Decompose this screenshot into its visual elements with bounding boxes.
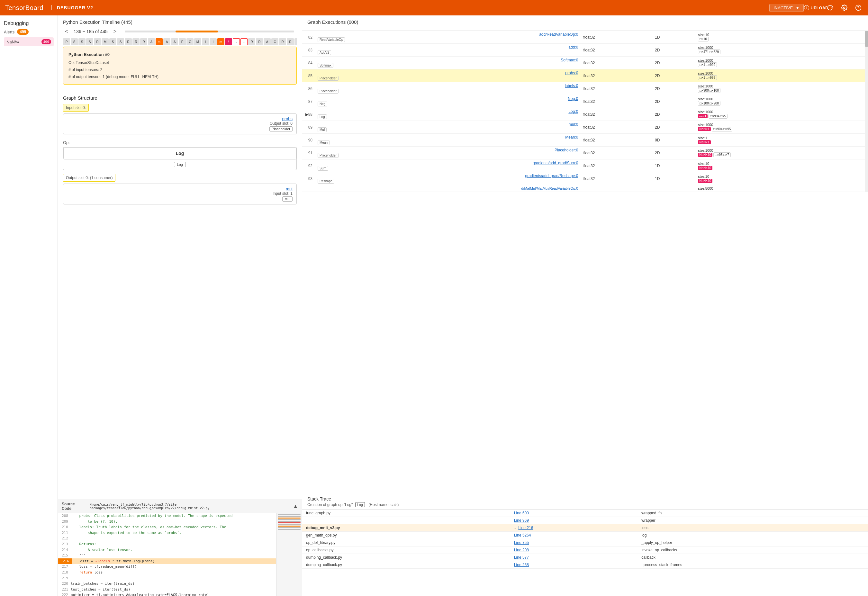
letter-P2[interactable]: P — [294, 38, 297, 45]
op-name[interactable]: d/MatMul/MatMul/ReadVariableOp:0 — [317, 186, 578, 190]
op-tag[interactable]: Placeholder — [317, 76, 338, 81]
letter-S5[interactable]: S — [117, 38, 124, 45]
table-row[interactable]: 87 Neg:0 Neg float32 2D size:1000 — [302, 95, 865, 108]
source-lines[interactable]: 208 probs: Class probabilities predicted… — [58, 513, 276, 596]
stack-line[interactable]: Line 258 — [514, 562, 529, 567]
letter-I2[interactable]: I — [210, 38, 217, 45]
letter-C2[interactable]: C — [271, 38, 278, 45]
op-name[interactable]: gradients/add_grad/Sum:0 — [317, 161, 578, 165]
stack-line[interactable]: Line 755 — [514, 540, 529, 545]
op-name[interactable]: Log:0 — [317, 109, 578, 114]
table-row[interactable]: d/MatMul/MatMul/ReadVariableOp:0 size:50… — [302, 185, 865, 192]
nan-row[interactable]: NaN/∞ 499 — [4, 37, 54, 46]
letter-C1[interactable]: C — [186, 38, 193, 45]
letter-m2[interactable]: m — [217, 38, 224, 45]
op-tag[interactable]: Placeholder — [317, 153, 338, 158]
stack-table-area[interactable]: func_graph.py Line 600 wrapped_fn Line 9… — [302, 509, 868, 596]
output-name[interactable]: mul — [67, 186, 292, 191]
letter-R1[interactable]: R — [94, 38, 101, 45]
op-name[interactable]: add/ReadVariableOp:0 — [317, 32, 578, 37]
letter-R8[interactable]: R — [287, 38, 294, 45]
stack-line[interactable]: Line 216 — [518, 525, 533, 530]
letter-P[interactable]: P — [63, 38, 70, 45]
letter-S2[interactable]: S — [78, 38, 86, 45]
op-name[interactable]: add:0 — [317, 45, 578, 50]
next-button[interactable]: > — [112, 28, 118, 35]
stack-row[interactable]: func_graph.py Line 600 wrapped_fn — [302, 509, 868, 517]
letter-m[interactable]: m — [156, 38, 163, 45]
op-tag[interactable]: Mul — [317, 127, 327, 132]
table-row[interactable]: 85 probs:0 Placeholder float32 2D size:1… — [302, 69, 865, 82]
letter-A3[interactable]: A — [171, 38, 178, 45]
letter-M[interactable]: M — [102, 38, 109, 45]
letter-R4[interactable]: R — [140, 38, 147, 45]
stack-row[interactable]: gen_math_ops.py Line 5264 log — [302, 532, 868, 539]
op-name[interactable]: Softmax:0 — [317, 58, 578, 62]
op-tag[interactable]: Neg — [317, 102, 327, 106]
table-row[interactable]: ▶88 Log:0 Log float32 2D siz — [302, 108, 865, 121]
graph-exec-section[interactable]: Graph Executions (600) 82 add/ReadVariab… — [302, 15, 868, 493]
letter-A1[interactable]: A — [148, 38, 155, 45]
stack-row[interactable]: op_callbacks.py Line 208 invoke_op_callb… — [302, 546, 868, 554]
letter-excl[interactable]: ! — [225, 38, 232, 45]
stack-op-tag[interactable]: Log — [355, 502, 365, 507]
op-tag[interactable]: Log — [317, 114, 327, 119]
table-row[interactable]: 90 Mean:0 Mean float32 0D size:1 — [302, 134, 865, 147]
letter-dash2[interactable]: - — [241, 38, 248, 45]
letter-R5[interactable]: R — [248, 38, 255, 45]
table-row[interactable]: 84 Softmax:0 Softmax float32 2D size:100… — [302, 57, 865, 69]
refresh-icon[interactable] — [825, 3, 834, 12]
letter-M2[interactable]: M — [194, 38, 201, 45]
letter-A4[interactable]: A — [264, 38, 271, 45]
settings-icon[interactable] — [840, 3, 849, 12]
letter-S1[interactable]: S — [71, 38, 78, 45]
stack-line[interactable]: Line 969 — [514, 518, 529, 523]
table-row[interactable]: 93 gradients/add_grad/Reshape:0 Reshape … — [302, 172, 865, 185]
op-name[interactable]: labels:0 — [317, 84, 578, 88]
op-name[interactable]: mul:0 — [317, 122, 578, 127]
letter-A2[interactable]: A — [163, 38, 170, 45]
slider-track[interactable] — [125, 31, 294, 32]
letter-E[interactable]: E — [179, 38, 186, 45]
letter-R2[interactable]: R — [125, 38, 132, 45]
letter-R3[interactable]: R — [133, 38, 140, 45]
stack-line[interactable]: Line 600 — [514, 511, 529, 515]
op-tag[interactable]: AddV2 — [317, 50, 331, 55]
op-name[interactable]: Placeholder:0 — [317, 148, 578, 152]
op-tag[interactable]: ReadVariableOp — [317, 37, 345, 42]
stack-line[interactable]: Line 5264 — [514, 533, 531, 537]
op-name[interactable]: Mean:0 — [317, 135, 578, 140]
source-scroll-button[interactable]: ▲ — [293, 503, 298, 509]
code-line-216[interactable]: 216 diff = -labels * tf.math.log(probs) — [58, 558, 276, 564]
letter-dash1[interactable]: - — [233, 38, 240, 45]
letter-S3[interactable]: S — [86, 38, 93, 45]
scrollbar[interactable] — [865, 31, 868, 192]
stack-row[interactable]: debug_mnit_v2.py ↓ Line 216 loss — [302, 524, 868, 532]
op-name[interactable]: probs:0 — [317, 71, 578, 75]
stack-line[interactable]: Line 577 — [514, 555, 529, 560]
op-tag[interactable]: Softmax — [317, 63, 334, 68]
letter-S4[interactable]: S — [109, 38, 117, 45]
upload-button[interactable]: i UPLOAD — [812, 3, 821, 12]
table-row[interactable]: 82 add/ReadVariableOp:0 ReadVariableOp f… — [302, 31, 865, 44]
op-name[interactable]: Neg:0 — [317, 96, 578, 101]
stack-line[interactable]: Line 208 — [514, 548, 529, 552]
input-tag[interactable]: Placeholder — [269, 126, 292, 131]
table-row[interactable]: 86 labels:0 Placeholder float32 2D size:… — [302, 82, 865, 95]
op-tag[interactable]: Mean — [317, 140, 329, 145]
stack-row[interactable]: op_def_library.py Line 755 _apply_op_hel… — [302, 539, 868, 546]
stack-row[interactable]: Line 969 wrapper — [302, 517, 868, 524]
letter-R7[interactable]: R — [279, 38, 286, 45]
expand-button[interactable]: ▶ — [306, 112, 308, 117]
status-dropdown[interactable]: INACTIVE ▼ — [769, 4, 804, 12]
prev-button[interactable]: < — [63, 28, 70, 35]
stack-row[interactable]: dumping_callback.py Line 577 callback — [302, 554, 868, 561]
table-row[interactable]: 89 mul:0 Mul float32 2D size:1000 — [302, 121, 865, 134]
table-row[interactable]: 91 Placeholder:0 Placeholder float32 2D … — [302, 147, 865, 159]
op-tag[interactable]: Sum — [317, 166, 328, 171]
table-row[interactable]: 92 gradients/add_grad/Sum:0 Sum float32 … — [302, 159, 865, 172]
stack-row[interactable]: dumping_callback.py Line 258 _process_st… — [302, 561, 868, 569]
letter-I1[interactable]: I — [202, 38, 209, 45]
table-row[interactable]: 83 add:0 AddV2 float32 2D size:1000 — [302, 44, 865, 57]
input-name[interactable]: probs — [67, 117, 292, 121]
